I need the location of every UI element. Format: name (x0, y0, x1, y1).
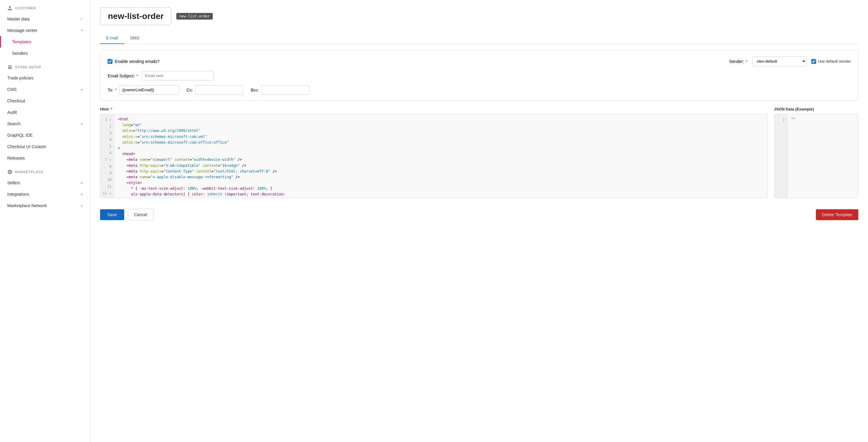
to-required: * (115, 88, 117, 93)
save-button[interactable]: Save (100, 209, 124, 220)
main-content: new-list-order new-list-order E-mail SMS… (90, 0, 868, 442)
chevron-right-icon-marketplace: ▸ (81, 204, 83, 208)
bcc-group: Bcc: (251, 85, 310, 95)
json-code-editor[interactable]: 1 "" (774, 114, 858, 198)
line-num-11[interactable]: 11 (100, 183, 114, 190)
line-num-5[interactable]: 5 (100, 143, 114, 150)
chevron-right-icon-integrations: ▸ (81, 192, 83, 196)
sidebar: CUSTOMER Master data ↗ Message center ▾ … (0, 0, 90, 442)
sidebar-item-search[interactable]: Search ▸ (0, 118, 90, 130)
sidebar-item-trade-policies[interactable]: Trade policies (0, 72, 90, 84)
line-num-10[interactable]: 10 (100, 177, 114, 183)
sidebar-item-checkout-ui-custom[interactable]: Checkout UI Custom (0, 141, 90, 152)
email-subject-input[interactable] (142, 71, 214, 80)
to-input[interactable] (119, 85, 179, 95)
chevron-right-icon-sellers: ▸ (81, 181, 83, 185)
sidebar-item-master-data[interactable]: Master data ↗ (0, 13, 90, 25)
line-num-12[interactable]: 12 ▾ (100, 190, 114, 197)
email-form-section: Enable sending emails? Sender: * vtex-de… (100, 50, 858, 101)
chevron-right-icon-search: ▸ (81, 122, 83, 126)
sidebar-item-graphql-ide[interactable]: GraphQL IDE (0, 130, 90, 141)
line-num-2[interactable]: 2 (100, 123, 114, 130)
line-num-13[interactable]: 13 (100, 197, 114, 198)
to-label: To: * (107, 88, 117, 93)
template-badge: new-list-order (176, 13, 213, 20)
store-section-header: STORE SETUP (0, 59, 90, 72)
json-line-num-1[interactable]: 1 (774, 116, 787, 123)
sidebar-item-audit[interactable]: Audit (0, 107, 90, 118)
sidebar-item-checkout[interactable]: Checkout (0, 95, 90, 107)
tab-bar: E-mail SMS (100, 33, 858, 44)
email-subject-required: * (136, 73, 138, 78)
sidebar-item-templates[interactable]: Templates (0, 36, 90, 47)
line-num-3[interactable]: 3 (100, 130, 114, 136)
store-icon (7, 64, 13, 70)
html-editor-section: Html * 1 ▾ 2 3 4 5 6 7 ▾ 8 9 10 (100, 107, 768, 198)
line-num-8[interactable]: 8 (100, 163, 114, 170)
cancel-button[interactable]: Cancel (128, 209, 154, 220)
enable-checkbox-wrapper: Enable sending emails? (107, 59, 160, 64)
sidebar-item-cms[interactable]: CMS ▸ (0, 84, 90, 95)
cc-input[interactable] (195, 85, 244, 95)
template-title-area: new-list-order new-list-order (100, 7, 858, 25)
html-code-content[interactable]: <html lang="en" xmlns="http://www.w3.org… (114, 114, 768, 198)
enable-emails-checkbox[interactable] (107, 59, 113, 64)
sidebar-item-message-center[interactable]: Message center ▾ (0, 25, 90, 36)
template-name: new-list-order (108, 11, 164, 21)
marketplace-section-header: MARKETPLACE (0, 164, 90, 177)
bcc-input[interactable] (261, 85, 310, 95)
bcc-label: Bcc: (251, 88, 259, 93)
enable-emails-label: Enable sending emails? (115, 59, 160, 64)
cc-group: Cc: (187, 85, 244, 95)
sender-label: Sender: * (729, 59, 747, 64)
line-num-1[interactable]: 1 ▾ (100, 116, 114, 123)
sidebar-item-releases[interactable]: Releases (0, 152, 90, 164)
json-editor-label: JSON Data (Example) (774, 107, 858, 111)
sidebar-item-senders[interactable]: Senders (0, 47, 90, 59)
cc-label: Cc: (187, 88, 193, 93)
chevron-right-icon: ▸ (81, 87, 83, 92)
chevron-down-icon: ▾ (81, 28, 83, 33)
customer-section-header: CUSTOMER (0, 0, 90, 13)
sender-select[interactable]: vtex-default (752, 56, 807, 66)
to-group: To: * (107, 85, 179, 95)
line-num-4[interactable]: 4 (100, 137, 114, 143)
sender-row: Sender: * vtex-default Use default sende… (164, 56, 851, 66)
use-default-wrapper: Use default sender (811, 59, 851, 64)
sidebar-item-marketplace-network[interactable]: Marketplace Network ▸ (0, 200, 90, 211)
editors-row: Html * 1 ▾ 2 3 4 5 6 7 ▾ 8 9 10 (100, 107, 858, 198)
person-icon (7, 5, 13, 11)
email-subject-row: Email Subject: * (107, 71, 851, 80)
html-editor-label: Html * (100, 107, 768, 111)
json-editor-section: JSON Data (Example) 1 "" (774, 107, 858, 198)
tab-email[interactable]: E-mail (100, 33, 124, 44)
left-actions: Save Cancel (100, 209, 154, 220)
html-code-editor[interactable]: 1 ▾ 2 3 4 5 6 7 ▾ 8 9 10 11 12 ▾ 13 14 ▾ (100, 114, 768, 198)
delete-template-button[interactable]: Delete Template (816, 209, 858, 220)
sidebar-item-integrations[interactable]: Integrations ▸ (0, 189, 90, 200)
line-num-7[interactable]: 7 ▾ (100, 157, 114, 163)
tab-sms[interactable]: SMS (124, 33, 145, 44)
html-required: * (111, 107, 112, 111)
template-name-box: new-list-order (100, 7, 172, 25)
json-line-numbers: 1 (774, 114, 787, 198)
bottom-bar: Save Cancel Delete Template (100, 204, 858, 220)
use-default-checkbox[interactable] (811, 59, 816, 64)
to-cc-bcc-row: To: * Cc: Bcc: (107, 85, 851, 95)
email-subject-label: Email Subject: * (107, 73, 138, 78)
marketplace-icon (7, 169, 13, 175)
use-default-label: Use default sender (818, 59, 851, 64)
sender-required: * (746, 59, 747, 64)
line-numbers: 1 ▾ 2 3 4 5 6 7 ▾ 8 9 10 11 12 ▾ 13 14 ▾ (100, 114, 114, 198)
sidebar-item-sellers[interactable]: Sellers ▸ (0, 177, 90, 189)
enable-sender-row: Enable sending emails? Sender: * vtex-de… (107, 56, 851, 66)
line-num-6[interactable]: 6 (100, 150, 114, 157)
external-link-icon: ↗ (80, 17, 83, 21)
json-code-content[interactable]: "" (787, 114, 858, 198)
line-num-9[interactable]: 9 (100, 170, 114, 177)
